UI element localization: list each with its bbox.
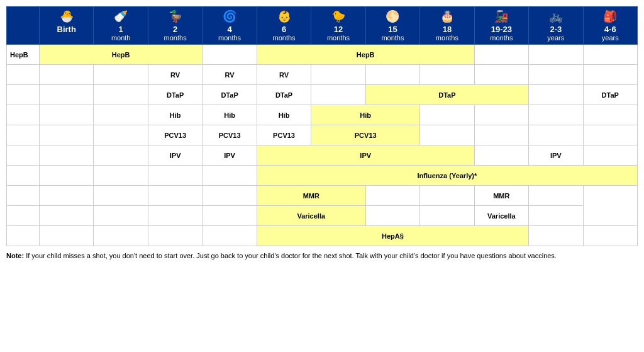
table-row: HepBHepBHepB xyxy=(7,45,638,65)
vaccine-cell-3: Hib xyxy=(203,105,257,125)
vaccine-label xyxy=(7,226,40,246)
vaccine-cell-8 xyxy=(474,65,528,85)
vaccine-cell-6 xyxy=(420,206,474,226)
header-icon-5: 🐤 xyxy=(313,9,363,23)
vaccine-cell-4: MMR xyxy=(257,186,365,206)
table-row: HepA§ xyxy=(7,226,638,246)
header-age-sub-1: month xyxy=(96,34,145,42)
header-age-number-4: 6 xyxy=(259,25,309,34)
vaccine-cell-1 xyxy=(94,85,148,105)
vaccine-label xyxy=(7,166,40,186)
vaccine-cell-6 xyxy=(420,125,474,145)
vaccine-cell-3 xyxy=(203,186,257,206)
vaccine-cell-2 xyxy=(148,226,202,246)
vaccine-label: HepB xyxy=(7,45,40,65)
header-icon-3: 🌀 xyxy=(204,9,254,23)
header-icon-2: 🦆 xyxy=(150,9,200,23)
vaccine-cell-6 xyxy=(365,65,419,85)
vaccine-cell-2: RV xyxy=(148,65,202,85)
vaccine-cell-2 xyxy=(148,206,202,226)
vaccine-cell-8 xyxy=(529,125,583,145)
header-age-19-23: 🚂19-23months xyxy=(474,7,528,45)
vaccine-cell-4: DTaP xyxy=(257,85,311,105)
vaccine-label xyxy=(7,105,40,125)
header-age-number-1: 1 xyxy=(96,25,145,34)
vaccine-cell-4: Influenza (Yearly)* xyxy=(257,166,637,186)
vaccine-label xyxy=(7,85,40,105)
vaccine-label xyxy=(7,186,40,206)
header-age-number-2: 2 xyxy=(150,25,200,34)
vaccine-label xyxy=(7,145,40,166)
vaccine-cell-6: DTaP xyxy=(365,85,528,105)
vaccine-cell-4 xyxy=(529,45,583,65)
vaccine-cell-2: IPV xyxy=(148,145,202,166)
vaccine-cell-2: PCV13 xyxy=(148,125,202,145)
vaccine-cell-3 xyxy=(203,226,257,246)
vaccine-cell-4: Hib xyxy=(257,105,311,125)
vaccine-cell-4: IPV xyxy=(257,145,474,166)
header-age-sub-2: months xyxy=(150,34,200,42)
header-age-12: 🐤12months xyxy=(311,7,365,45)
vaccine-cell-5 xyxy=(311,85,365,105)
vaccine-cell-7 xyxy=(529,85,583,105)
header-age-sub-9: years xyxy=(531,34,580,42)
vaccine-cell-5 xyxy=(311,65,365,85)
header-age-number-6: 15 xyxy=(368,25,418,34)
vaccine-cell-5 xyxy=(474,145,528,166)
vaccine-cell-6 xyxy=(420,186,474,206)
vaccine-cell-1 xyxy=(94,125,148,145)
vaccine-cell-0 xyxy=(40,206,94,226)
vaccine-label xyxy=(7,206,40,226)
header-age-15: 🌕15months xyxy=(365,7,419,45)
header-age-sub-6: months xyxy=(368,34,418,42)
header-age-sub-3: months xyxy=(204,34,254,42)
header-icon-6: 🌕 xyxy=(368,9,418,23)
table-row: VaricellaVaricella xyxy=(7,206,638,226)
vaccine-cell-0: HepB xyxy=(40,45,203,65)
vaccine-cell-2: Hib xyxy=(148,105,202,125)
header-label-col xyxy=(7,7,40,45)
header-age-4-6: 🎒4-6years xyxy=(583,7,637,45)
vaccine-cell-0 xyxy=(40,85,94,105)
header-age-number-9: 2-3 xyxy=(531,25,580,34)
header-age-Birth: 🐣Birth xyxy=(40,7,94,45)
header-age-18: 🎂18months xyxy=(420,7,474,45)
vaccine-cell-1 xyxy=(94,206,148,226)
vaccine-cell-7 xyxy=(474,105,528,125)
header-age-sub-5: months xyxy=(313,34,363,42)
vaccine-cell-9 xyxy=(583,105,637,125)
header-age-sub-7: months xyxy=(422,34,472,42)
vaccine-cell-3: PCV13 xyxy=(203,125,257,145)
vaccine-cell-2 xyxy=(148,186,202,206)
vaccine-cell-8: DTaP xyxy=(583,85,637,105)
header-row: 🐣Birth🍼1month🦆2months🌀4months👶6months🐤12… xyxy=(7,7,638,45)
vaccine-cell-4: Varicella xyxy=(257,206,365,226)
header-icon-9: 🚲 xyxy=(531,9,580,23)
vaccine-cell-1 xyxy=(94,166,148,186)
header-age-number-5: 12 xyxy=(313,25,363,34)
header-icon-8: 🚂 xyxy=(477,9,526,23)
vaccine-cell-3: IPV xyxy=(203,145,257,166)
vaccine-cell-7: Varicella xyxy=(474,206,528,226)
vaccine-cell-7 xyxy=(420,65,474,85)
header-age-4: 🌀4months xyxy=(203,7,257,45)
header-icon-7: 🎂 xyxy=(422,9,472,23)
vaccine-cell-0 xyxy=(40,166,94,186)
vaccine-cell-0 xyxy=(40,105,94,125)
header-icon-4: 👶 xyxy=(259,9,309,23)
vaccine-cell-8 xyxy=(529,186,583,206)
vaccine-cell-4: PCV13 xyxy=(257,125,311,145)
header-age-sub-4: months xyxy=(259,34,309,42)
vaccine-cell-3: DTaP xyxy=(203,85,257,105)
vaccine-cell-3: RV xyxy=(203,65,257,85)
table-row: HibHibHibHib xyxy=(7,105,638,125)
vaccine-cell-1 xyxy=(94,145,148,166)
vaccine-label xyxy=(7,65,40,85)
header-age-6: 👶6months xyxy=(257,7,311,45)
header-age-number-0: Birth xyxy=(42,25,91,34)
vaccine-cell-9 xyxy=(583,125,637,145)
vaccine-cell-5 xyxy=(365,206,419,226)
vaccine-cell-6 xyxy=(583,226,637,246)
vaccine-cell-0 xyxy=(40,145,94,166)
vaccine-cell-0 xyxy=(40,226,94,246)
